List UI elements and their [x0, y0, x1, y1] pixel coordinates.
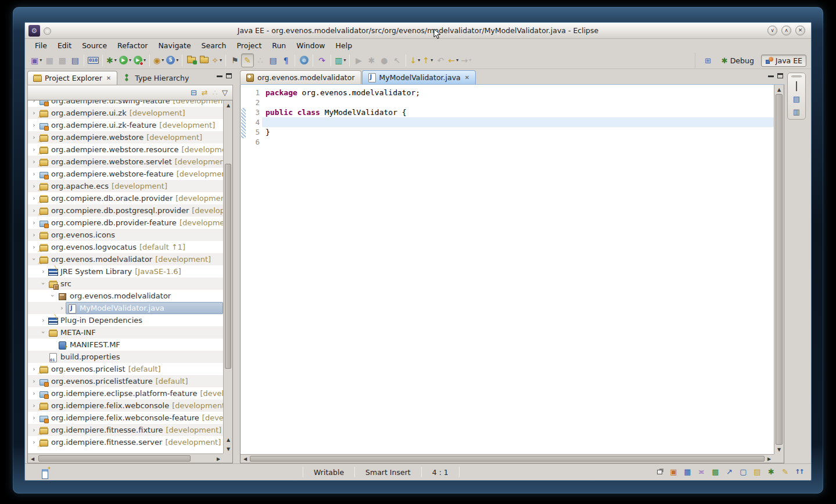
- expand-chevron-icon[interactable]: ›: [30, 366, 38, 372]
- expand-chevron-icon[interactable]: ›: [30, 100, 38, 104]
- expand-chevron-icon[interactable]: ›: [30, 439, 38, 445]
- menu-window[interactable]: Window: [291, 40, 330, 51]
- editor-tab-mymodelvalidator-java[interactable]: MyModelValidator.java✕: [362, 70, 476, 84]
- expand-chevron-icon[interactable]: ›: [30, 207, 38, 214]
- tree-item[interactable]: ›MyModelValidator.java: [28, 302, 223, 314]
- editor-horizontal-scrollbar[interactable]: ◀ ▶: [241, 454, 774, 463]
- filter-icon[interactable]: ≍: [697, 467, 706, 477]
- menu-source[interactable]: Source: [77, 40, 112, 51]
- expand-chevron-icon[interactable]: ›: [49, 292, 56, 300]
- scroll-right-arrow[interactable]: ▶: [214, 454, 223, 463]
- expand-chevron-icon[interactable]: ›: [30, 159, 38, 165]
- expand-chevron-icon[interactable]: ›: [30, 390, 38, 397]
- expand-chevron-icon[interactable]: ›: [40, 268, 47, 275]
- collapse-all-button[interactable]: ⊟: [191, 89, 197, 96]
- plugin-artifact-button[interactable]: 010: [87, 53, 100, 67]
- expand-chevron-icon[interactable]: ›: [30, 195, 38, 201]
- dropdown-arrow-icon[interactable]: ▾: [343, 57, 346, 63]
- marker-pen-icon[interactable]: ✎: [780, 467, 790, 477]
- expand-chevron-icon[interactable]: ›: [30, 427, 38, 433]
- expand-chevron-icon[interactable]: ›: [30, 122, 38, 128]
- expand-chevron-icon[interactable]: ›: [30, 183, 38, 189]
- minimize-view-button[interactable]: [217, 75, 223, 77]
- tree-item[interactable]: ›org.compiere.db.postgresql.provider[dev…: [28, 204, 223, 217]
- palette-map-icon[interactable]: ▩: [711, 467, 720, 477]
- view-menu-button[interactable]: ▽: [222, 89, 228, 96]
- scroll-right-arrow[interactable]: ▶: [765, 454, 774, 463]
- tree-item[interactable]: MANIFEST.MF: [28, 339, 223, 351]
- annotation-ruler[interactable]: [241, 85, 247, 454]
- menu-search[interactable]: Search: [196, 40, 232, 51]
- expand-chevron-icon[interactable]: ›: [31, 255, 37, 263]
- dropdown-arrow-icon[interactable]: ▾: [129, 57, 131, 63]
- prev-annotation-button[interactable]: ↑▾: [421, 53, 434, 67]
- tree-item[interactable]: ›org.evenos.modelvalidator: [28, 290, 223, 302]
- highlight-button[interactable]: ✎: [241, 53, 254, 67]
- editor-tab-org-evenos-modelvalidator[interactable]: org.evenos.modelvalidator: [240, 70, 361, 84]
- menu-file[interactable]: File: [30, 40, 52, 51]
- scroll-up-arrow[interactable]: ▲: [224, 100, 233, 110]
- maximize-editor-button[interactable]: [777, 73, 783, 78]
- tree-item[interactable]: ›org.idempiere.fitnesse.server[developme…: [28, 436, 223, 448]
- editor-vertical-scrollbar[interactable]: ▲ ▼: [774, 85, 784, 454]
- save-button[interactable]: ▦: [43, 53, 56, 67]
- scroll-down-arrow[interactable]: ▼: [774, 445, 784, 454]
- forward-button[interactable]: →▾: [460, 53, 472, 67]
- menu-help[interactable]: Help: [331, 40, 358, 51]
- expand-chevron-icon[interactable]: ›: [30, 378, 38, 384]
- expand-chevron-icon[interactable]: ›: [40, 329, 46, 336]
- expand-chevron-icon[interactable]: ›: [30, 110, 38, 116]
- close-icon[interactable]: ✕: [465, 74, 469, 81]
- perspective-debug[interactable]: ✱Debug: [718, 55, 758, 66]
- expand-chevron-icon[interactable]: ›: [30, 219, 38, 226]
- open-type-button[interactable]: ↷: [315, 53, 328, 67]
- import-plugins-button[interactable]: [185, 53, 198, 67]
- code-editor[interactable]: 123456 package org.evenos.modelvalidator…: [240, 85, 784, 463]
- tree-item[interactable]: ›org.evenos.logvocatus[default ↑1]: [28, 241, 223, 253]
- close-icon[interactable]: ✕: [106, 75, 111, 81]
- menu-run[interactable]: Run: [267, 40, 291, 51]
- step-button[interactable]: ✱: [365, 53, 378, 67]
- dropdown-arrow-icon[interactable]: ▾: [220, 57, 222, 63]
- open-perspective-button[interactable]: ⊞: [701, 56, 715, 66]
- tree-item[interactable]: ›org.idempiere.felix.webconsole-feature[…: [28, 412, 223, 424]
- bug-icon[interactable]: ✱: [766, 467, 776, 477]
- back-button[interactable]: ←▾: [447, 53, 460, 67]
- dropdown-arrow-icon[interactable]: ▾: [162, 57, 164, 63]
- tree-item[interactable]: ›org.idempiere.fitnesse.fixture[developm…: [28, 424, 223, 436]
- tree-item[interactable]: ›src: [28, 278, 223, 290]
- trim-drag-handle[interactable]: [791, 75, 802, 77]
- close-button[interactable]: ✕: [795, 26, 805, 35]
- synchronize-icon[interactable]: ↑↑: [794, 467, 804, 477]
- web-service-wizard-button[interactable]: S▾: [165, 53, 180, 67]
- run-external-button[interactable]: ▶▾: [132, 53, 147, 67]
- dropdown-arrow-icon[interactable]: ▾: [176, 57, 178, 63]
- scroll-down-arrow[interactable]: ▼: [224, 444, 233, 453]
- expand-chevron-icon[interactable]: ›: [30, 171, 38, 177]
- table-icon[interactable]: ▦: [683, 467, 693, 477]
- whitespace-button[interactable]: ¶: [279, 53, 292, 67]
- tree-item[interactable]: ›org.idempiere.eclipse.platform-feature[…: [28, 387, 223, 399]
- maximize-view-button[interactable]: [226, 73, 232, 78]
- print-button[interactable]: ▤: [69, 53, 81, 67]
- tree-item[interactable]: ›org.evenos.pricelistfeature[default]: [28, 375, 223, 387]
- tab-project-explorer[interactable]: Project Explorer✕: [27, 71, 117, 85]
- tree-item[interactable]: ›org.compiere.db.provider-feature[develo…: [28, 217, 223, 229]
- next-annotation-button[interactable]: ↓▾: [408, 53, 421, 67]
- scroll-up-arrow[interactable]: ▲: [774, 85, 784, 94]
- tree-item[interactable]: ›org.evenos.pricelist[default]: [28, 363, 223, 375]
- expand-chevron-icon[interactable]: ›: [30, 244, 38, 250]
- tree-item[interactable]: ›Plug-in Dependencies: [28, 314, 223, 326]
- tree-item[interactable]: ›org.adempiere.webstore-feature[developm…: [28, 168, 223, 180]
- tree-item[interactable]: ›org.evenos.modelvalidator[development]: [28, 253, 223, 265]
- console-icon[interactable]: ▢: [738, 467, 748, 477]
- tree-item[interactable]: ›org.idempiere.felix.webconsole[developm…: [28, 399, 223, 412]
- tab-type-hierarchy[interactable]: Type Hierarchy: [117, 71, 195, 85]
- back-disabled-button[interactable]: ↶: [434, 53, 447, 67]
- expand-chevron-icon[interactable]: ›: [30, 146, 38, 153]
- dropdown-arrow-icon[interactable]: ▾: [418, 57, 420, 63]
- new-web-wizard-button[interactable]: ◉▾: [152, 53, 165, 67]
- terminate-button[interactable]: ●: [378, 53, 390, 67]
- expand-chevron-icon[interactable]: ›: [30, 232, 38, 238]
- tree-vertical-scrollbar[interactable]: ▲ ▲ ▼: [223, 100, 232, 453]
